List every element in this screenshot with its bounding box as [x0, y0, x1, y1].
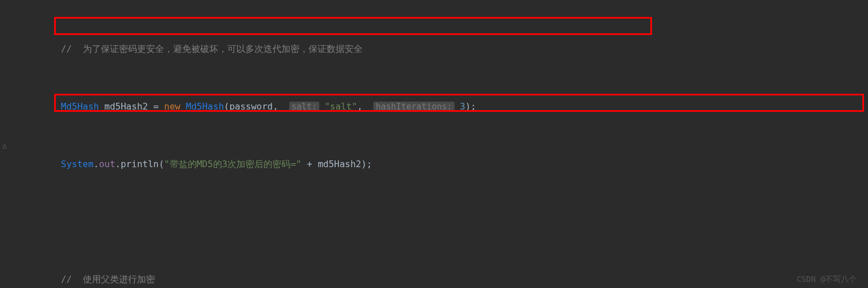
code-editor[interactable]: // 为了保证密码更安全，避免被破坏，可以多次迭代加密，保证数据安全 Md5Ha… [0, 0, 868, 288]
comment: // 使用父类进行加密 [61, 274, 155, 285]
comment: // 为了保证密码更安全，避免被破坏，可以多次迭代加密，保证数据安全 [61, 43, 363, 54]
method-end-icon: ⌂ [2, 137, 7, 156]
highlight-box [54, 17, 652, 35]
param-hint: salt: [289, 102, 319, 112]
param-hint: hashIterations: [373, 102, 454, 112]
watermark-text: CSDN @不写八个 [796, 274, 857, 285]
